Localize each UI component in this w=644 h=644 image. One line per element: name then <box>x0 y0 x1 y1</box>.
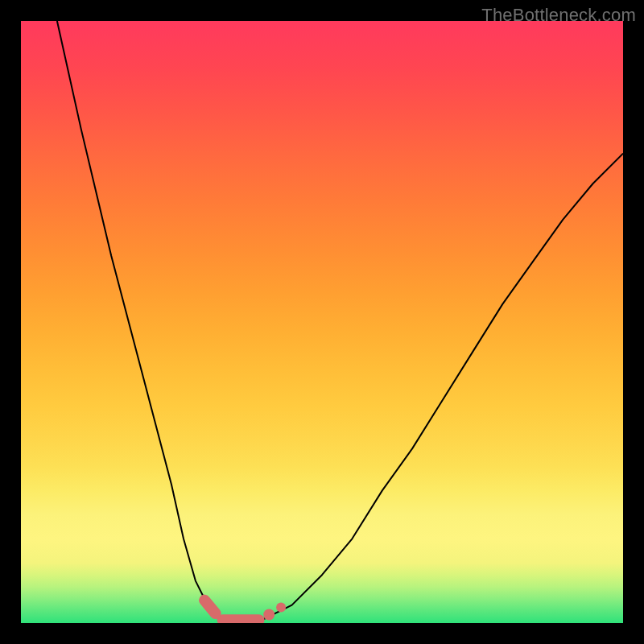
watermark: TheBottleneck.com <box>481 5 636 26</box>
plot-area <box>21 21 623 623</box>
marker-dot-2 <box>276 603 286 613</box>
chart-svg <box>21 21 623 623</box>
figure-root: TheBottleneck.com <box>0 0 644 644</box>
bottleneck-curve <box>57 21 623 623</box>
marker-short-segment <box>204 601 216 613</box>
marker-dot-1 <box>263 609 275 621</box>
